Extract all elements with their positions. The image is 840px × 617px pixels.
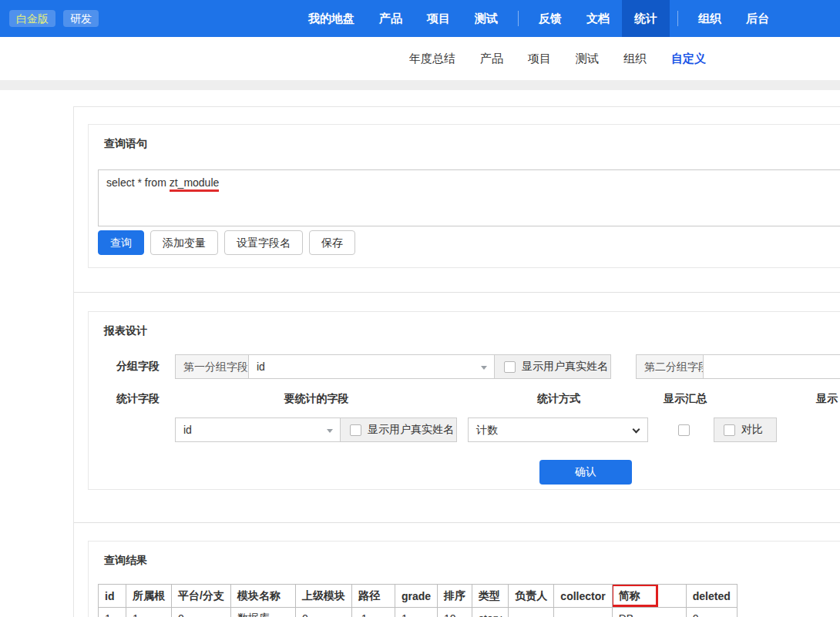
chevron-down-icon [327, 429, 333, 433]
subnav-item[interactable]: 自定义 [659, 52, 718, 66]
table-cell [509, 608, 554, 617]
chevron-down-icon [481, 366, 487, 370]
topnav-item[interactable]: 组织 [686, 0, 734, 37]
column-header: 模块名称 [230, 585, 295, 608]
column-header: deleted [686, 585, 737, 608]
topnav-item[interactable]: 产品 [367, 0, 415, 37]
nav-divider [518, 11, 519, 26]
second-group-addon: 第二分组字段 [636, 354, 704, 379]
table-cell: 0 [295, 608, 351, 617]
show-realname-group: 显示用户真实姓名 [494, 354, 611, 379]
column-header: 上级模块 [295, 585, 351, 608]
stat-method-select[interactable]: 计数 [468, 417, 648, 442]
stat-field-select[interactable]: id [175, 417, 341, 442]
results-table-body: 110数据库0,1,110storyDB0 [99, 608, 738, 617]
topnav-item[interactable]: 我的地盘 [296, 0, 367, 37]
table-cell: 10 [438, 608, 472, 617]
stat-method-select-value: 计数 [476, 424, 498, 436]
stat-show-realname-checkbox[interactable] [350, 424, 361, 436]
column-header: 路径 [351, 585, 395, 608]
sql-table-name-annotated: zt_module [170, 176, 220, 192]
first-group-select[interactable]: id [248, 354, 495, 379]
column-header: 简称 [612, 585, 686, 608]
second-group-select[interactable] [703, 354, 840, 379]
chevron-down-icon [633, 426, 640, 434]
annotation-red-box [612, 585, 658, 608]
sql-text: select * from [106, 176, 170, 189]
table-cell: DB [612, 608, 686, 617]
topnav-item[interactable]: 后台 [734, 0, 781, 37]
query-panel-title: 查询语句 [104, 137, 840, 151]
show-realname-label: 显示用户真实姓名 [522, 360, 608, 374]
toolbar-button[interactable]: 添加变量 [150, 230, 218, 255]
column-header: collector [554, 585, 612, 608]
subnav-item[interactable]: 产品 [468, 52, 516, 66]
main-container: 查询语句 select * from zt_module 查询添加变量设置字段名… [73, 106, 840, 617]
toolbar-button[interactable]: 设置字段名 [224, 230, 303, 255]
contrast-group: 对比 [714, 417, 777, 442]
section-divider [74, 292, 840, 293]
table-cell: 0 [172, 608, 231, 617]
query-panel: 查询语句 select * from zt_module 查询添加变量设置字段名… [88, 124, 840, 268]
show-realname-checkbox[interactable] [504, 361, 516, 373]
column-header: 类型 [472, 585, 509, 608]
subnav-item[interactable]: 测试 [563, 52, 611, 66]
table-cell: 1 [126, 608, 172, 617]
column-header: 所属根 [126, 585, 172, 608]
results-panel: 查询结果 id所属根平台/分支模块名称上级模块路径grade排序类型负责人col… [88, 541, 840, 617]
group-field-row: 分组字段 第一分组字段 id 显示用户真实姓名 第二分组字段 [98, 354, 840, 379]
column-header: 负责人 [509, 585, 554, 608]
toolbar-button[interactable]: 保存 [309, 230, 355, 255]
page-background-strip [0, 80, 840, 90]
show-total-wrap [660, 424, 707, 436]
results-title: 查询结果 [104, 554, 840, 568]
nav-divider [677, 11, 678, 26]
subnav-item[interactable]: 年度总结 [397, 52, 468, 66]
stat-show-realname-label: 显示用户真实姓名 [368, 423, 454, 437]
topnav-item[interactable]: 测试 [462, 0, 510, 37]
show-total-checkbox[interactable] [678, 424, 690, 436]
table-cell: story [472, 608, 509, 617]
table-row: 110数据库0,1,110storyDB0 [99, 608, 738, 617]
stat-column-headers: 统计字段 要统计的字段 统计方式 显示汇总 显示 [98, 392, 840, 406]
column-header-field: 要统计的字段 [175, 392, 458, 406]
topnav-item[interactable]: 项目 [415, 0, 462, 37]
column-header: 平台/分支 [172, 585, 231, 608]
table-cell: 0 [686, 608, 737, 617]
contrast-checkbox[interactable] [724, 424, 735, 436]
table-cell: 1 [99, 608, 126, 617]
column-header-method: 统计方式 [469, 392, 649, 406]
stat-field-label: 统计字段 [98, 392, 175, 406]
stat-field-select-value: id [183, 424, 192, 436]
sub-navbar: 年度总结产品项目测试组织自定义 [0, 37, 840, 80]
column-header: grade [395, 585, 437, 608]
table-header-row: id所属根平台/分支模块名称上级模块路径grade排序类型负责人collecto… [99, 585, 738, 608]
contrast-label: 对比 [741, 423, 763, 437]
toolbar-button[interactable]: 查询 [98, 230, 144, 255]
topnav-item[interactable]: 文档 [574, 0, 622, 37]
table-cell [554, 608, 612, 617]
topnav-item[interactable]: 反馈 [526, 0, 574, 37]
report-design-title: 报表设计 [104, 324, 840, 338]
table-cell: ,1, [351, 608, 395, 617]
first-group-select-value: id [257, 360, 265, 373]
mode-badge: 研发 [63, 10, 99, 27]
subnav-item[interactable]: 项目 [516, 52, 563, 66]
topnav-item[interactable]: 统计 [622, 0, 670, 37]
query-toolbar: 查询添加变量设置字段名保存 [98, 230, 840, 255]
section-divider [74, 522, 840, 523]
column-header-extra-cutoff: 显示 [816, 392, 838, 406]
page: 白金版 研发 我的地盘产品项目测试 反馈文档统计 组织后台 年度总结产品项目测试… [0, 0, 840, 617]
table-cell: 数据库 [230, 608, 295, 617]
stat-field-row: id 显示用户真实姓名 计数 对比 [98, 417, 840, 442]
confirm-button[interactable]: 确认 [539, 460, 632, 485]
table-cell: 1 [395, 608, 437, 617]
report-design-panel: 报表设计 分组字段 第一分组字段 id 显示用户真实姓名 第二分组字段 统计字段… [88, 311, 840, 490]
results-table: id所属根平台/分支模块名称上级模块路径grade排序类型负责人collecto… [98, 584, 738, 617]
group-field-label: 分组字段 [98, 360, 175, 374]
edition-badge: 白金版 [9, 10, 55, 27]
column-header: id [99, 585, 126, 608]
stat-show-realname-group: 显示用户真实姓名 [340, 417, 457, 442]
subnav-item[interactable]: 组织 [611, 52, 659, 66]
sql-editor[interactable]: select * from zt_module [98, 169, 840, 226]
